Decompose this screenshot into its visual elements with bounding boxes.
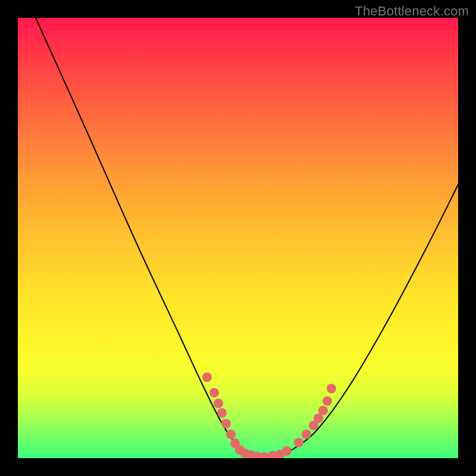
bottleneck-curve xyxy=(36,18,458,457)
curve-marker-dot xyxy=(282,446,292,456)
chart-svg xyxy=(18,18,458,458)
curve-marker-dot xyxy=(327,384,336,393)
curve-marker-dot xyxy=(221,419,231,428)
curve-marker-dot xyxy=(294,438,303,447)
curve-marker-dot xyxy=(322,396,332,406)
curve-marker-dot xyxy=(202,372,212,382)
watermark-text: TheBottleneck.com xyxy=(355,4,469,19)
curve-marker-dot xyxy=(226,430,236,439)
curve-marker-dot xyxy=(259,452,269,458)
curve-marker-dot xyxy=(217,408,227,418)
curve-marker-dot xyxy=(318,406,328,415)
curve-marker-dot xyxy=(214,399,223,408)
curve-marker-dot xyxy=(209,388,219,397)
curve-markers xyxy=(202,372,336,458)
curve-marker-dot xyxy=(302,430,311,439)
